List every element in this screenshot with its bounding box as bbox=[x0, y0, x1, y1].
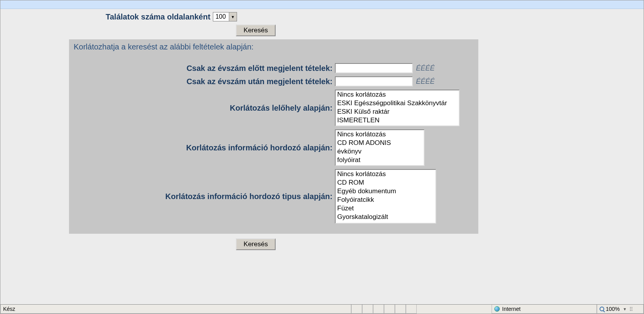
globe-icon bbox=[494, 306, 500, 312]
row-year-before: Csak az évszám előtt megjelent tételek: … bbox=[74, 63, 474, 73]
label-location: Korlátozás lelőhely alapján: bbox=[74, 104, 335, 113]
status-mini-cell bbox=[395, 305, 406, 314]
list-option[interactable]: Füzet bbox=[336, 204, 435, 213]
list-option[interactable]: CD ROM bbox=[336, 178, 435, 187]
header-strip bbox=[0, 0, 644, 9]
listbox-carrier[interactable]: Nincs korlátozásCD ROM ADONISévkönyvfoly… bbox=[335, 129, 425, 166]
content-wrap: Találatok száma oldalanként 100 ▼ Keresé… bbox=[0, 9, 644, 304]
list-option[interactable]: ISMERETLEN bbox=[336, 116, 459, 125]
status-bar: Kész Internet 100% ▼ bbox=[0, 304, 644, 314]
status-mini-cell bbox=[384, 305, 395, 314]
row-carrier-type: Korlátozás információ hordozó tipus alap… bbox=[74, 169, 474, 224]
search-button-row-bottom: Keresés bbox=[0, 238, 644, 250]
restrictions-heading: Korlátozhatja a keresést az alábbi felté… bbox=[74, 42, 474, 51]
status-separators bbox=[351, 305, 492, 314]
status-zone[interactable]: Internet bbox=[492, 305, 597, 314]
list-option[interactable]: Nincs korlátozás bbox=[336, 90, 459, 99]
search-button-top[interactable]: Keresés bbox=[236, 25, 276, 36]
list-option[interactable]: évkönyv bbox=[336, 147, 424, 156]
status-zone-text: Internet bbox=[502, 306, 520, 312]
status-mini-cell bbox=[406, 305, 417, 314]
status-zoom[interactable]: 100% ▼ bbox=[597, 305, 644, 314]
status-zoom-value: 100% bbox=[606, 306, 620, 312]
chevron-down-icon: ▼ bbox=[229, 12, 237, 21]
status-mini-cell bbox=[373, 305, 384, 314]
resize-grip-icon bbox=[630, 307, 635, 311]
restrictions-panel: Korlátozhatja a keresést az alábbi felté… bbox=[69, 39, 478, 234]
list-option[interactable]: Folyóiratcikk bbox=[336, 196, 435, 204]
row-carrier: Korlátozás információ hordozó alapján: N… bbox=[74, 129, 474, 166]
magnifier-icon bbox=[600, 307, 604, 311]
hint-year-after: ÉÉÉÉ bbox=[416, 78, 435, 86]
listbox-carrier-type[interactable]: Nincs korlátozásCD ROMEgyéb dokumentumFo… bbox=[335, 169, 436, 224]
status-ready: Kész bbox=[0, 305, 351, 314]
hint-year-before: ÉÉÉÉ bbox=[416, 64, 435, 72]
results-per-page-row: Találatok száma oldalanként 100 ▼ bbox=[106, 12, 644, 21]
page-content[interactable]: Találatok száma oldalanként 100 ▼ Keresé… bbox=[0, 9, 644, 304]
results-per-page-label: Találatok száma oldalanként bbox=[106, 12, 211, 21]
list-option[interactable]: Nincs korlátozás bbox=[336, 170, 435, 178]
label-carrier-type: Korlátozás információ hordozó tipus alap… bbox=[74, 192, 335, 201]
list-option[interactable]: CD ROM ADONIS bbox=[336, 139, 424, 147]
input-year-after[interactable] bbox=[335, 76, 413, 86]
chevron-down-icon: ▼ bbox=[623, 307, 627, 311]
input-year-before[interactable] bbox=[335, 63, 413, 73]
search-button-row-top: Keresés bbox=[0, 25, 644, 36]
results-per-page-dropdown[interactable]: 100 ▼ bbox=[213, 12, 237, 21]
results-per-page-value: 100 bbox=[213, 12, 229, 21]
status-mini-cell bbox=[351, 305, 362, 314]
list-option[interactable]: Nincs korlátozás bbox=[336, 130, 424, 139]
list-option[interactable]: folyóirat bbox=[336, 156, 424, 164]
browser-viewport: Találatok száma oldalanként 100 ▼ Keresé… bbox=[0, 0, 644, 314]
list-option[interactable]: Egyéb dokumentum bbox=[336, 187, 435, 196]
status-mini-cell bbox=[362, 305, 373, 314]
row-location: Korlátozás lelőhely alapján: Nincs korlá… bbox=[74, 90, 474, 126]
search-button-bottom[interactable]: Keresés bbox=[236, 238, 276, 250]
label-year-after: Csak az évszám után megjelent tételek: bbox=[74, 77, 335, 86]
list-option[interactable]: ESKI Külső raktár bbox=[336, 108, 459, 116]
row-year-after: Csak az évszám után megjelent tételek: É… bbox=[74, 76, 474, 86]
list-option[interactable]: Gyorskatalogizált bbox=[336, 213, 435, 221]
listbox-location[interactable]: Nincs korlátozásESKI Egészségpolitikai S… bbox=[335, 90, 460, 126]
list-option[interactable]: ESKI Egészségpolitikai Szakkönyvtár bbox=[336, 99, 459, 108]
label-year-before: Csak az évszám előtt megjelent tételek: bbox=[74, 64, 335, 73]
label-carrier: Korlátozás információ hordozó alapján: bbox=[74, 143, 335, 152]
